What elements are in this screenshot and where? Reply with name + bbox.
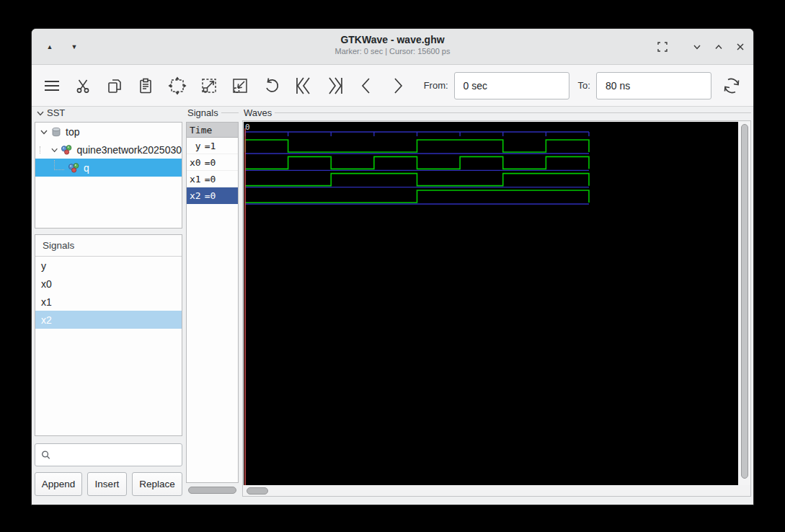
expander-chevron-icon[interactable] (50, 146, 58, 154)
wave-hscrollbar-thumb[interactable] (247, 487, 268, 495)
signal-row-y[interactable]: y=1 (187, 138, 238, 154)
close-button[interactable] (731, 29, 750, 65)
signals-hscrollbar[interactable] (187, 486, 239, 495)
signal-values-panel: Time y=1 x0=0 x1=0 x2=0 (186, 122, 239, 483)
tree-item-top[interactable]: top (35, 123, 182, 141)
hamburger-icon (43, 77, 61, 94)
tree-item-module[interactable]: quine3network2025030 (35, 141, 182, 159)
wave-hscrollbar[interactable] (244, 487, 738, 496)
toolbar: From: To: (32, 65, 753, 107)
to-input[interactable] (596, 72, 711, 99)
paste-button[interactable] (136, 75, 156, 97)
triangle-up-icon: ▲ (47, 43, 53, 50)
chevron-down-icon (692, 42, 702, 52)
signals-frame-label: Signals (187, 107, 239, 118)
signal-row-x0[interactable]: x0=0 (187, 154, 238, 171)
minimize-button[interactable] (688, 29, 706, 65)
reload-button[interactable] (722, 75, 742, 97)
chevron-right-icon (389, 76, 407, 96)
wave-display[interactable]: 0 (244, 122, 738, 485)
to-label: To: (578, 80, 590, 91)
cut-button[interactable] (74, 75, 94, 97)
tree-guide (54, 160, 64, 170)
reload-icon (722, 76, 742, 96)
list-item-y[interactable]: y (35, 257, 182, 275)
list-item-x2[interactable]: x2 (35, 311, 182, 329)
main-area: SST top quine3network2025030 q Signals (32, 107, 753, 505)
waves-frame-text: Waves (244, 107, 272, 118)
zoom-in-button[interactable] (199, 75, 219, 97)
previous-edge-button[interactable] (357, 75, 377, 97)
database-icon (50, 126, 62, 138)
clipboard-icon (137, 77, 154, 94)
module-icon (68, 162, 80, 174)
insert-button[interactable]: Insert (87, 472, 127, 496)
search-icon (41, 450, 50, 460)
sst-header[interactable]: SST (36, 107, 65, 118)
signal-row-x1[interactable]: x1=0 (187, 171, 238, 187)
titlebar[interactable]: ▲ ▼ GTKWave - wave.ghw Marker: 0 sec | C… (32, 29, 753, 65)
search-input[interactable] (55, 444, 182, 466)
signals-list-header[interactable]: Signals (35, 235, 182, 257)
tree-item-label: top (66, 126, 79, 138)
skip-to-start-icon (293, 76, 314, 96)
tree-guide (40, 146, 49, 154)
triangle-down-icon: ▼ (71, 43, 78, 50)
wave-panel: 0 (242, 120, 751, 497)
go-to-end-button[interactable] (325, 75, 345, 97)
append-button[interactable]: Append (35, 472, 82, 496)
svg-text:0: 0 (245, 123, 250, 132)
frame-rule (275, 112, 751, 113)
zoom-out-icon (231, 76, 249, 95)
expander-chevron-icon[interactable] (40, 128, 48, 136)
signal-name: x2 (190, 190, 201, 201)
chevron-up-icon (714, 42, 724, 52)
gtkwave-window: ▲ ▼ GTKWave - wave.ghw Marker: 0 sec | C… (32, 29, 753, 505)
fullscreen-icon (657, 41, 668, 53)
sst-tree: top quine3network2025030 q (35, 122, 182, 229)
go-to-start-button[interactable] (293, 75, 314, 97)
tree-item-label: q (84, 162, 89, 174)
from-label: From: (424, 80, 448, 91)
window-subtitle: Marker: 0 sec | Cursor: 15600 ps (32, 46, 753, 57)
expander-chevron-icon (36, 109, 45, 118)
wave-canvas[interactable]: 0 (244, 122, 738, 485)
signal-name: x1 (190, 174, 201, 185)
signal-value: =0 (205, 174, 216, 185)
shade-up-button[interactable]: ▲ (40, 29, 59, 65)
list-item-label: x1 (41, 296, 52, 308)
list-item-x1[interactable]: x1 (35, 293, 182, 311)
undo-icon (262, 76, 281, 95)
undo-button[interactable] (262, 75, 282, 97)
signals-list: Signals y x0 x1 x2 (35, 234, 182, 436)
signals-frame-text: Signals (187, 107, 218, 118)
wave-vscrollbar[interactable] (740, 123, 750, 485)
list-item-label: x0 (41, 278, 52, 290)
menu-button[interactable] (42, 75, 62, 97)
skip-to-end-icon (325, 76, 345, 96)
signal-name: x0 (190, 157, 201, 168)
replace-button[interactable]: Replace (132, 472, 182, 496)
sst-label: SST (47, 107, 65, 118)
from-input[interactable] (454, 72, 569, 99)
shade-down-button[interactable]: ▼ (65, 29, 84, 65)
maximize-button[interactable] (709, 29, 728, 65)
signal-row-x2[interactable]: x2=0 (187, 187, 238, 204)
window-title: GTKWave - wave.ghw (32, 33, 753, 46)
tree-item-label: quine3network2025030 (76, 144, 182, 156)
fullscreen-button[interactable] (653, 29, 672, 65)
zoom-out-button[interactable] (230, 75, 250, 97)
wave-vscrollbar-thumb[interactable] (741, 124, 748, 479)
tree-item-q[interactable]: q (35, 159, 182, 177)
next-edge-button[interactable] (388, 75, 408, 97)
frame-rule (221, 112, 239, 113)
list-item-x0[interactable]: x0 (35, 275, 182, 293)
zoom-in-icon (200, 76, 218, 95)
module-icon (61, 144, 73, 156)
signal-value: =1 (205, 141, 216, 151)
signal-value: =0 (205, 157, 216, 168)
zoom-fit-button[interactable] (167, 75, 187, 97)
copy-button[interactable] (105, 75, 125, 97)
signal-name: y (190, 141, 201, 151)
signals-hscrollbar-thumb[interactable] (188, 487, 236, 494)
